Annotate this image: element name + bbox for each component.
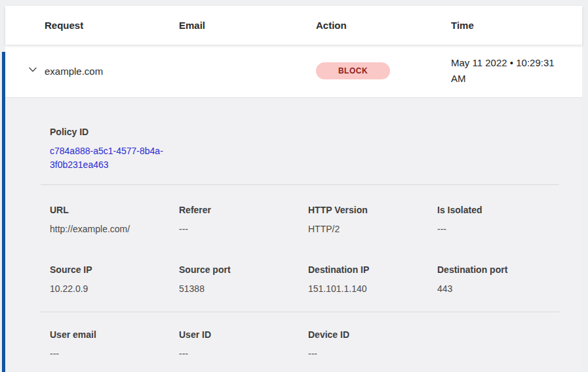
field-destination-port-value: 443 bbox=[437, 282, 559, 295]
field-source-ip: Source IP 10.22.0.9 bbox=[50, 263, 179, 295]
field-user-email-value: --- bbox=[50, 347, 179, 360]
section-divider bbox=[41, 184, 559, 185]
field-destination-ip: Destination IP 151.101.1.140 bbox=[308, 263, 437, 295]
field-user-id: User ID --- bbox=[179, 328, 308, 360]
field-user-email-label: User email bbox=[50, 328, 179, 341]
row-request-value: example.com bbox=[45, 66, 179, 77]
field-http-version: HTTP Version HTTP/2 bbox=[308, 203, 437, 236]
row-time-value: May 11 2022 • 10:29:31 AM bbox=[451, 55, 582, 87]
field-destination-ip-label: Destination IP bbox=[308, 263, 437, 276]
details-section-request: URL http://example.com/ Referer --- HTTP… bbox=[50, 203, 559, 236]
section-divider bbox=[41, 312, 559, 312]
policy-id-label: Policy ID bbox=[50, 125, 559, 138]
field-source-port-label: Source port bbox=[179, 263, 308, 276]
field-is-isolated-value: --- bbox=[437, 222, 559, 236]
chevron-down-icon[interactable] bbox=[28, 64, 38, 75]
column-header-request: Request bbox=[45, 20, 179, 31]
column-header-email: Email bbox=[179, 20, 316, 31]
field-source-port: Source port 51388 bbox=[179, 263, 308, 295]
gateway-logs-page: Request Email Action Time example.com BL… bbox=[0, 6, 588, 372]
field-source-ip-value: 10.22.0.9 bbox=[50, 282, 179, 295]
field-destination-port-label: Destination port bbox=[437, 263, 559, 276]
row-action-cell: BLOCK bbox=[316, 62, 451, 79]
policy-id-link[interactable]: c784a888-a5c1-4577-8b4a-3f0b231ea463 bbox=[50, 144, 180, 172]
field-user-email: User email --- bbox=[50, 328, 179, 360]
field-url-label: URL bbox=[50, 203, 179, 217]
table-header-row: Request Email Action Time bbox=[5, 6, 582, 45]
field-user-id-value: --- bbox=[179, 347, 308, 360]
field-referer-value: --- bbox=[179, 222, 308, 236]
field-url: URL http://example.com/ bbox=[50, 203, 179, 236]
expanded-row-accent-bar bbox=[2, 52, 5, 372]
field-policy-id: Policy ID c784a888-a5c1-4577-8b4a-3f0b23… bbox=[50, 125, 559, 172]
field-destination-ip-value: 151.101.1.140 bbox=[308, 282, 437, 295]
field-url-value: http://example.com/ bbox=[50, 222, 179, 236]
field-is-isolated: Is Isolated --- bbox=[437, 203, 559, 236]
field-is-isolated-label: Is Isolated bbox=[437, 203, 559, 217]
field-http-version-value: HTTP/2 bbox=[308, 222, 437, 236]
field-referer: Referer --- bbox=[179, 203, 308, 236]
logs-table: Request Email Action Time example.com BL… bbox=[5, 6, 582, 371]
field-destination-port: Destination port 443 bbox=[437, 263, 559, 295]
log-details-panel: Policy ID c784a888-a5c1-4577-8b4a-3f0b23… bbox=[5, 98, 582, 371]
row-expand-cell bbox=[5, 64, 45, 77]
block-action-badge: BLOCK bbox=[316, 62, 390, 79]
field-device-id-value: --- bbox=[308, 347, 437, 360]
field-user-id-label: User ID bbox=[179, 328, 308, 341]
column-header-action: Action bbox=[316, 20, 451, 31]
field-device-id-label: Device ID bbox=[308, 328, 437, 341]
field-http-version-label: HTTP Version bbox=[308, 203, 437, 217]
field-referer-label: Referer bbox=[179, 203, 308, 217]
details-section-network: Source IP 10.22.0.9 Source port 51388 De… bbox=[50, 263, 559, 295]
column-header-time: Time bbox=[451, 20, 582, 31]
details-section-user: User email --- User ID --- Device ID --- bbox=[50, 328, 559, 360]
field-source-ip-label: Source IP bbox=[50, 263, 179, 276]
field-device-id: Device ID --- bbox=[308, 328, 437, 360]
field-source-port-value: 51388 bbox=[179, 282, 308, 295]
log-table-row[interactable]: example.com BLOCK May 11 2022 • 10:29:31… bbox=[5, 45, 582, 98]
